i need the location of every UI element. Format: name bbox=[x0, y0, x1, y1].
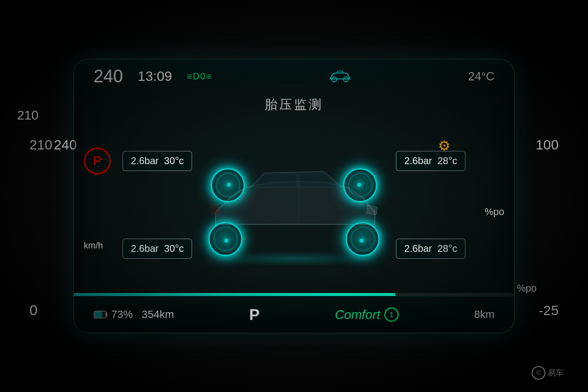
fuel-unit: %po bbox=[485, 206, 504, 218]
connector-dot-rr bbox=[360, 239, 364, 243]
tire-pressure-front-left: 2.6bar 30°c bbox=[122, 151, 192, 171]
watermark-circle: © bbox=[532, 366, 545, 380]
battery-icon bbox=[94, 310, 107, 319]
park-indicator: P bbox=[84, 147, 111, 174]
status-bar: 73% 354km P Comfort 1 8km bbox=[74, 296, 514, 333]
watermark-text: 易车 bbox=[548, 368, 564, 378]
outer-speed-210: 210 bbox=[29, 137, 52, 153]
header-right: 24°C bbox=[468, 70, 494, 83]
outer-right-unit: %po bbox=[517, 283, 537, 294]
drive-mode-display: Comfort 1 bbox=[335, 307, 398, 322]
drive-mode-number: 1 bbox=[384, 307, 399, 322]
outer-bottom-neg25: -25 bbox=[539, 303, 559, 318]
connector-dot-fr bbox=[357, 183, 361, 187]
battery-section: 73% 354km bbox=[94, 308, 174, 321]
svg-rect-5 bbox=[106, 313, 107, 317]
outer-speed-240: 240 bbox=[54, 137, 77, 153]
car-silhouette: 2.6bar 30°c 2.6bar 28°c 2.6bar 30°c 2.6b… bbox=[181, 141, 407, 269]
watermark: © 易车 bbox=[532, 366, 564, 380]
connector-dot-rl bbox=[224, 239, 228, 243]
max-speed: 240 bbox=[94, 66, 123, 87]
car-top-icon bbox=[328, 69, 352, 84]
range-display: 354km bbox=[142, 308, 174, 321]
svg-rect-6 bbox=[95, 312, 102, 318]
tire-pressure-rear-right: 2.6bar 28°c bbox=[396, 239, 466, 259]
connector-dot-fl bbox=[227, 183, 231, 187]
tire-pressure-rear-left: 2.6bar 30°c bbox=[122, 239, 192, 259]
header-left: 240 13:09 ≡D0≡ bbox=[94, 66, 212, 87]
left-speed-210: 210 bbox=[17, 108, 38, 123]
drive-mode-label: Comfort bbox=[335, 307, 380, 322]
speed-unit-left: km/h bbox=[84, 241, 103, 251]
car-area: 2.6bar 30°c 2.6bar 28°c 2.6bar 30°c 2.6b… bbox=[113, 116, 475, 294]
tpms-title: 胎压监测 bbox=[265, 96, 323, 113]
outer-right-100: 100 bbox=[536, 137, 559, 153]
trip-distance: 8km bbox=[474, 308, 494, 321]
clock: 13:09 bbox=[138, 69, 172, 84]
tire-pressure-front-right: 2.6bar 28°c bbox=[396, 151, 466, 171]
header-bar: 240 13:09 ≡D0≡ 24°C bbox=[74, 59, 514, 94]
dashboard-screen: 240 13:09 ≡D0≡ 24°C ⚙ P bbox=[74, 59, 514, 333]
temperature-display: 24°C bbox=[468, 70, 494, 83]
outer-frame: 210 240 13:09 ≡D0≡ 24°C bbox=[0, 0, 588, 392]
outer-bottom-zero: 0 bbox=[29, 302, 38, 318]
battery-percent: 73% bbox=[111, 308, 133, 321]
header-center bbox=[328, 69, 352, 84]
cruise-control-icon: ≡D0≡ bbox=[187, 72, 212, 82]
gear-indicator: P bbox=[249, 306, 260, 324]
